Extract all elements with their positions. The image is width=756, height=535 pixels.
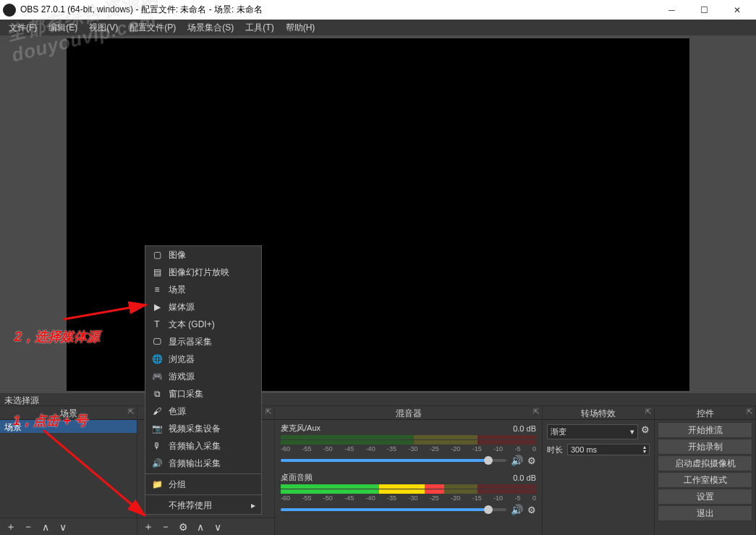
ctx-label: 音频输入采集 (169, 440, 221, 452)
preview-area (0, 35, 756, 393)
source-type-icon: ⧉ (151, 389, 163, 399)
ctx-item[interactable]: 🎮游戏源 (145, 368, 261, 385)
menu-help[interactable]: 帮助(H) (280, 22, 321, 34)
ctx-label: 显示器采集 (169, 336, 212, 348)
menu-tools[interactable]: 工具(T) (239, 22, 279, 34)
panels-row: 场景⇱ 场景 ＋ － ∧ ∨ 来源⇱ ＋ － ⚙ ∧ ∨ 混音器⇱ 麦克风/Au… (0, 406, 756, 535)
menu-scene-collection[interactable]: 场景集合(S) (182, 22, 239, 34)
source-type-icon: ▢ (151, 250, 163, 260)
source-up-button[interactable]: ∧ (192, 519, 208, 535)
ctx-item[interactable]: ▶媒体源 (145, 298, 261, 316)
control-button[interactable]: 开始录制 (658, 439, 752, 455)
annotation-1: 1，点击 + 号 (13, 412, 88, 429)
add-scene-button[interactable]: ＋ (3, 519, 19, 535)
mixer-channel: 麦克风/Aux0.0 dB-60-55-50-45-40-35-30-25-20… (275, 420, 542, 469)
ctx-item[interactable]: ▤图像幻灯片放映 (145, 264, 261, 281)
ctx-label: 媒体源 (169, 301, 195, 313)
remove-source-button[interactable]: － (158, 519, 174, 535)
window-title: OBS 27.0.1 (64-bit, windows) - 配置文件: 未命名… (20, 4, 655, 16)
volume-slider[interactable] (281, 459, 506, 462)
controls-title: 控件⇱ (655, 406, 755, 420)
control-button[interactable]: 启动虚拟摄像机 (658, 455, 752, 471)
channel-db: 0.0 dB (513, 473, 536, 482)
control-button[interactable]: 工作室模式 (658, 472, 752, 488)
channel-settings-button[interactable]: ⚙ (527, 455, 536, 466)
close-button[interactable]: ✕ (721, 0, 753, 20)
scene-up-button[interactable]: ∧ (38, 519, 54, 535)
volume-slider[interactable] (281, 508, 506, 511)
ctx-item[interactable]: T文本 (GDI+) (145, 316, 261, 333)
popout-icon[interactable]: ⇱ (128, 408, 134, 416)
control-button[interactable]: 退出 (658, 505, 752, 521)
source-type-icon: 📷 (151, 424, 163, 434)
source-type-icon: 🎮 (151, 371, 163, 382)
remove-scene-button[interactable]: － (20, 519, 36, 535)
maximize-button[interactable]: ☐ (688, 0, 721, 20)
status-text: 未选择源 (4, 395, 39, 405)
ctx-label: 视频采集设备 (169, 423, 221, 435)
menu-profile[interactable]: 配置文件(P) (124, 22, 182, 34)
menu-edit[interactable]: 编辑(E) (43, 22, 83, 34)
menu-view[interactable]: 视图(V) (83, 22, 124, 34)
ctx-label: 色源 (169, 405, 186, 418)
scene-down-button[interactable]: ∨ (55, 519, 71, 535)
ctx-label: 图像 (169, 249, 186, 261)
titlebar: OBS 27.0.1 (64-bit, windows) - 配置文件: 未命名… (0, 0, 756, 20)
control-button[interactable]: 开始推流 (658, 422, 752, 438)
mixer-channel: 桌面音频0.0 dB-60-55-50-45-40-35-30-25-20-15… (275, 469, 542, 518)
ctx-item[interactable]: ≡场景 (145, 281, 261, 298)
popout-icon[interactable]: ⇱ (645, 408, 651, 416)
popout-icon[interactable]: ⇱ (266, 408, 271, 416)
ctx-label: 不推荐使用 (169, 500, 212, 512)
status-bar: 未选择源 (0, 393, 756, 406)
popout-icon[interactable]: ⇱ (747, 408, 752, 416)
speaker-icon[interactable]: 🔊 (511, 455, 523, 466)
source-type-icon: 🖌 (151, 406, 163, 416)
source-type-icon: 🎙 (151, 441, 163, 451)
speaker-icon[interactable]: 🔊 (511, 504, 523, 515)
source-type-icon: ▤ (151, 267, 163, 277)
ctx-label: 游戏源 (169, 371, 195, 383)
duration-label: 时长 (547, 445, 563, 455)
source-type-icon: 🌐 (151, 354, 163, 364)
popout-icon[interactable]: ⇱ (533, 408, 539, 416)
source-type-icon: T (151, 319, 163, 329)
ctx-item[interactable]: 🔊音频输出采集 (145, 455, 261, 472)
duration-spinner[interactable]: 300 ms▴▾ (567, 444, 650, 455)
ctx-item[interactable]: 不推荐使用▸ (145, 497, 261, 514)
app-icon (3, 4, 16, 17)
ctx-item[interactable]: 🖌色源 (145, 403, 261, 420)
source-props-button[interactable]: ⚙ (175, 519, 191, 535)
add-source-button[interactable]: ＋ (140, 519, 156, 535)
menu-file[interactable]: 文件(F) (3, 22, 43, 34)
ctx-label: 音频输出采集 (169, 458, 221, 470)
ctx-item[interactable]: 📁分组 (145, 476, 261, 493)
annotation-2: 2，选择媒体源 (14, 328, 100, 345)
transition-select[interactable]: 渐变▾ (547, 424, 638, 439)
source-type-icon: 🔊 (151, 458, 163, 468)
ctx-label: 场景 (169, 284, 186, 296)
ctx-label: 图像幻灯片放映 (169, 266, 229, 279)
minimize-button[interactable]: ─ (655, 0, 688, 20)
ctx-label: 浏览器 (169, 353, 195, 366)
ctx-item[interactable]: 📷视频采集设备 (145, 420, 261, 437)
channel-name: 麦克风/Aux (281, 423, 320, 434)
channel-settings-button[interactable]: ⚙ (527, 505, 536, 515)
ctx-item[interactable]: ▢图像 (145, 246, 261, 264)
ctx-item[interactable]: 🖵显示器采集 (145, 333, 261, 350)
transition-props-button[interactable]: ⚙ (641, 424, 650, 439)
channel-db: 0.0 dB (513, 424, 536, 433)
ctx-label: 窗口采集 (169, 388, 203, 400)
source-type-icon: 🖵 (151, 337, 163, 347)
source-type-icon: ▶ (151, 302, 163, 312)
add-source-context-menu: ▢图像▤图像幻灯片放映≡场景▶媒体源T文本 (GDI+)🖵显示器采集🌐浏览器🎮游… (145, 245, 262, 515)
ctx-item[interactable]: ⧉窗口采集 (145, 385, 261, 403)
transitions-panel: 转场特效⇱ 渐变▾ ⚙ 时长 300 ms▴▾ (543, 406, 655, 535)
ctx-item[interactable]: 🌐浏览器 (145, 350, 261, 368)
controls-panel: 控件⇱ 开始推流开始录制启动虚拟摄像机工作室模式设置退出 (655, 406, 756, 535)
transitions-title: 转场特效⇱ (543, 406, 654, 420)
control-button[interactable]: 设置 (658, 489, 752, 505)
source-down-button[interactable]: ∨ (210, 519, 226, 535)
ctx-label: 文本 (GDI+) (169, 319, 215, 331)
ctx-item[interactable]: 🎙音频输入采集 (145, 437, 261, 455)
